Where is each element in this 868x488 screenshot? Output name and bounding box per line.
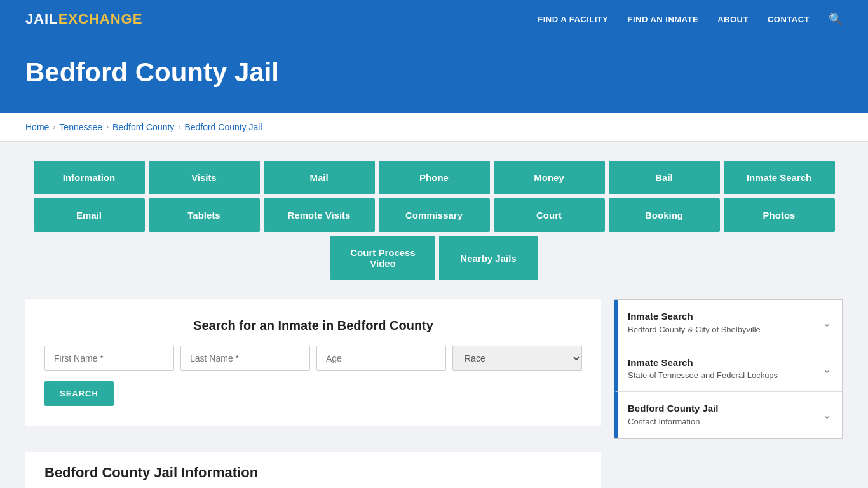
nav-find-inmate[interactable]: FIND AN INMATE	[627, 15, 698, 24]
btn-tablets[interactable]: Tablets	[149, 198, 260, 232]
btn-phone[interactable]: Phone	[379, 161, 490, 194]
btn-court[interactable]: Court	[494, 198, 605, 232]
breadcrumb: Home › Tennessee › Bedford County › Bedf…	[25, 122, 843, 132]
btn-money[interactable]: Money	[494, 161, 605, 194]
sidebar-item-2-subtitle: State of Tennessee and Federal Lockups	[628, 370, 778, 381]
chevron-down-icon-3: ⌄	[822, 408, 832, 422]
breadcrumb-sep-1: ›	[53, 123, 55, 132]
sidebar-item-2-text: Inmate Search State of Tennessee and Fed…	[628, 356, 778, 382]
site-header: JAILEXCHANGE FIND A FACILITY FIND AN INM…	[0, 0, 868, 38]
nav-contact[interactable]: CONTACT	[768, 15, 810, 24]
nav-row-3: Court Process Video Nearby Jails	[25, 236, 843, 280]
sidebar-item-3[interactable]: Bedford County Jail Contact Information …	[614, 392, 842, 438]
btn-remote-visits[interactable]: Remote Visits	[264, 198, 375, 232]
main-nav: FIND A FACILITY FIND AN INMATE ABOUT CON…	[538, 12, 843, 26]
sidebar-item-1-title: Inmate Search	[628, 310, 761, 323]
btn-email[interactable]: Email	[34, 198, 145, 232]
nav-about[interactable]: ABOUT	[717, 15, 749, 24]
btn-mail[interactable]: Mail	[264, 161, 375, 194]
nav-row-2: Email Tablets Remote Visits Commissary C…	[25, 198, 843, 232]
age-input[interactable]	[316, 346, 446, 371]
first-name-input[interactable]	[44, 346, 174, 371]
sidebar-item-2-title: Inmate Search	[628, 356, 778, 369]
nav-buttons-section: Information Visits Mail Phone Money Bail…	[25, 161, 843, 280]
btn-booking[interactable]: Booking	[609, 198, 720, 232]
info-title: Bedford County Jail Information	[44, 464, 582, 481]
search-title: Search for an Inmate in Bedford County	[44, 318, 582, 333]
sidebar-item-1-subtitle: Bedford County & City of Shelbyville	[628, 324, 761, 336]
breadcrumb-sep-2: ›	[106, 123, 109, 132]
sidebar-item-1-text: Inmate Search Bedford County & City of S…	[628, 310, 761, 336]
sidebar-item-1[interactable]: Inmate Search Bedford County & City of S…	[614, 300, 842, 346]
logo-jail: JAIL	[25, 11, 58, 27]
hero-section: Bedford County Jail	[0, 38, 868, 113]
btn-photos[interactable]: Photos	[724, 198, 835, 232]
breadcrumb-bar: Home › Tennessee › Bedford County › Bedf…	[0, 113, 868, 142]
sidebar-item-3-text: Bedford County Jail Contact Information	[628, 402, 719, 428]
info-section: Bedford County Jail Information	[25, 452, 601, 488]
nav-row-1: Information Visits Mail Phone Money Bail…	[25, 161, 843, 194]
breadcrumb-tennessee[interactable]: Tennessee	[59, 122, 102, 132]
breadcrumb-sep-3: ›	[178, 123, 180, 132]
breadcrumb-home[interactable]: Home	[25, 122, 49, 132]
btn-bail[interactable]: Bail	[609, 161, 720, 194]
search-panel: Search for an Inmate in Bedford County R…	[25, 299, 601, 426]
btn-visits[interactable]: Visits	[149, 161, 260, 194]
search-button[interactable]: SEARCH	[44, 381, 114, 406]
nav-find-facility[interactable]: FIND A FACILITY	[538, 15, 608, 24]
lower-section: Search for an Inmate in Bedford County R…	[25, 299, 843, 488]
race-select[interactable]: Race White Black Hispanic Asian Other	[452, 346, 582, 371]
last-name-input[interactable]	[180, 346, 310, 371]
btn-information[interactable]: Information	[34, 161, 145, 194]
chevron-down-icon-1: ⌄	[822, 316, 832, 330]
btn-nearby-jails[interactable]: Nearby Jails	[439, 236, 538, 280]
btn-inmate-search[interactable]: Inmate Search	[724, 161, 835, 194]
sidebar-item-3-title: Bedford County Jail	[628, 402, 719, 415]
chevron-down-icon-2: ⌄	[822, 362, 832, 376]
btn-commissary[interactable]: Commissary	[379, 198, 490, 232]
breadcrumb-bedford-county[interactable]: Bedford County	[112, 122, 174, 132]
search-fields: Race White Black Hispanic Asian Other	[44, 346, 582, 371]
breadcrumb-current: Bedford County Jail	[184, 122, 262, 132]
sidebar: Inmate Search Bedford County & City of S…	[614, 299, 843, 439]
sidebar-item-2[interactable]: Inmate Search State of Tennessee and Fed…	[614, 346, 842, 393]
sidebar-item-3-subtitle: Contact Information	[628, 416, 719, 428]
page-title: Bedford County Jail	[25, 57, 843, 88]
site-logo[interactable]: JAILEXCHANGE	[25, 11, 142, 27]
btn-court-process-video[interactable]: Court Process Video	[330, 236, 435, 280]
main-content: Information Visits Mail Phone Money Bail…	[0, 142, 868, 488]
search-icon-button[interactable]: 🔍	[829, 12, 843, 26]
logo-exchange: EXCHANGE	[58, 11, 143, 27]
